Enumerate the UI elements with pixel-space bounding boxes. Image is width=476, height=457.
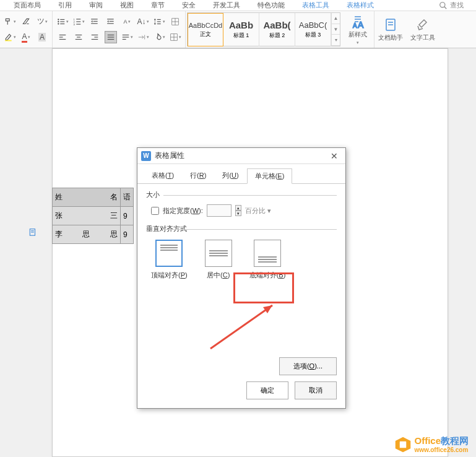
style-normal[interactable]: AaBbCcDd 正文 bbox=[188, 13, 223, 46]
shading-button[interactable] bbox=[153, 31, 165, 43]
tab-special[interactable]: 特色功能 bbox=[249, 1, 293, 10]
dialog-app-icon: W bbox=[141, 151, 151, 161]
doc-assistant-button[interactable]: 文档助手 bbox=[374, 11, 407, 48]
dialog-tab-cell[interactable]: 单元格(E) bbox=[247, 168, 293, 184]
svg-rect-23 bbox=[157, 24, 160, 24]
numbering-button[interactable]: 123 bbox=[72, 15, 85, 28]
document-table[interactable]: 姓 名 语 张 三 9 李 思 思 9 bbox=[52, 188, 134, 244]
width-input[interactable] bbox=[207, 204, 232, 217]
svg-point-4 bbox=[58, 21, 59, 22]
tab-references[interactable]: 引用 bbox=[50, 1, 80, 10]
styles-gallery[interactable]: AaBbCcDd 正文 AaBb 标题 1 AaBb( 标题 2 AaBbC( … bbox=[187, 12, 340, 46]
tab-sections[interactable]: 章节 bbox=[142, 1, 173, 10]
valign-center-option[interactable]: 居中(C) bbox=[205, 240, 232, 280]
svg-rect-35 bbox=[92, 39, 98, 40]
tab-developer[interactable]: 开发工具 bbox=[204, 1, 249, 10]
format-painter-button[interactable] bbox=[4, 15, 16, 28]
width-spin-down[interactable]: ▼ bbox=[235, 211, 241, 216]
dialog-tab-column[interactable]: 列(U) bbox=[214, 168, 246, 183]
dialog-title: 表格属性 bbox=[155, 150, 184, 161]
cancel-button[interactable]: 取消 bbox=[295, 381, 337, 399]
style-expand[interactable]: ▾ bbox=[332, 35, 340, 46]
ok-button[interactable]: 确定 bbox=[246, 381, 288, 399]
style-scroll-up[interactable]: ▲ bbox=[332, 13, 340, 24]
svg-rect-34 bbox=[94, 37, 98, 38]
svg-point-5 bbox=[58, 23, 59, 24]
style-heading3[interactable]: AaBbC( 标题 3 bbox=[295, 13, 331, 46]
table-cell[interactable]: 9 bbox=[121, 207, 134, 225]
svg-rect-31 bbox=[77, 37, 80, 38]
clear-format-button[interactable] bbox=[20, 15, 32, 28]
distribute-button[interactable] bbox=[121, 31, 133, 43]
highlight-button[interactable] bbox=[4, 31, 16, 43]
section-indicator-icon bbox=[28, 228, 37, 237]
svg-rect-28 bbox=[59, 37, 63, 38]
svg-rect-20 bbox=[107, 23, 114, 24]
align-justify-button[interactable] bbox=[105, 31, 117, 43]
tab-review[interactable]: 审阅 bbox=[80, 1, 111, 10]
width-unit-combo[interactable]: 百分比 ▾ bbox=[245, 206, 271, 215]
svg-rect-19 bbox=[110, 21, 114, 22]
borders-toggle-button[interactable] bbox=[169, 15, 181, 28]
style-scroll-down[interactable]: ▼ bbox=[332, 24, 340, 35]
search-icon bbox=[439, 1, 448, 10]
svg-text:A: A bbox=[358, 20, 364, 29]
dialog-tab-row[interactable]: 行(R) bbox=[182, 168, 214, 183]
align-left-button[interactable] bbox=[56, 31, 69, 43]
style-heading1[interactable]: AaBb 标题 1 bbox=[223, 13, 259, 46]
watermark: Office教程网 www.office26.com bbox=[394, 436, 469, 453]
svg-rect-14 bbox=[76, 24, 80, 24]
table-cell[interactable]: 李 思 思 bbox=[53, 225, 121, 244]
svg-rect-12 bbox=[76, 19, 80, 19]
line-spacing-button[interactable] bbox=[153, 15, 165, 28]
phonetic-guide-button[interactable]: A bbox=[121, 15, 133, 28]
table-cell[interactable]: 9 bbox=[121, 225, 134, 244]
tab-settings-button[interactable] bbox=[137, 31, 149, 43]
borders-button[interactable] bbox=[169, 31, 181, 43]
svg-rect-37 bbox=[108, 37, 115, 38]
table-properties-dialog: W 表格属性 ✕ 表格(T) 行(R) 列(U) 单元格(E) 大小 指定宽度(… bbox=[137, 147, 346, 409]
svg-rect-40 bbox=[122, 37, 129, 38]
svg-rect-32 bbox=[76, 39, 82, 40]
svg-rect-33 bbox=[92, 35, 98, 35]
svg-rect-13 bbox=[76, 21, 80, 22]
increase-indent-button[interactable] bbox=[105, 15, 117, 28]
tab-view[interactable]: 视图 bbox=[111, 1, 142, 10]
svg-line-1 bbox=[444, 6, 447, 9]
dialog-close-button[interactable]: ✕ bbox=[327, 150, 342, 162]
text-tools-icon bbox=[415, 17, 430, 32]
table-header-name[interactable]: 姓 名 bbox=[53, 188, 121, 207]
options-button[interactable]: 选项(O)... bbox=[279, 357, 337, 375]
svg-rect-16 bbox=[93, 21, 98, 22]
width-spin-up[interactable]: ▲ bbox=[235, 205, 241, 211]
font-color-button[interactable]: A bbox=[20, 31, 32, 43]
svg-rect-15 bbox=[91, 19, 98, 19]
valign-bottom-option[interactable]: 底端对齐(B) bbox=[249, 240, 286, 280]
font-effect-button[interactable]: ツ bbox=[36, 15, 48, 28]
table-header-subject[interactable]: 语 bbox=[121, 188, 134, 207]
doc-assistant-icon bbox=[383, 17, 398, 32]
svg-rect-22 bbox=[157, 21, 160, 22]
style-heading2[interactable]: AaBb( 标题 2 bbox=[259, 13, 295, 46]
sort-button[interactable]: A↓ bbox=[137, 15, 149, 28]
char-shading-button[interactable]: A bbox=[36, 31, 48, 43]
tab-table-tools[interactable]: 表格工具 bbox=[293, 1, 338, 10]
decrease-indent-button[interactable] bbox=[89, 15, 101, 28]
tab-table-styles[interactable]: 表格样式 bbox=[338, 1, 383, 10]
new-style-button[interactable]: AA 新样式 ▾ bbox=[342, 11, 374, 48]
tab-security[interactable]: 安全 bbox=[173, 1, 204, 10]
search-input[interactable]: 查找 bbox=[450, 1, 464, 10]
svg-rect-21 bbox=[157, 19, 160, 20]
valign-top-option[interactable]: 顶端对齐(P) bbox=[151, 240, 188, 280]
dialog-tab-table[interactable]: 表格(T) bbox=[144, 168, 182, 183]
bullets-button[interactable] bbox=[56, 15, 69, 28]
svg-text:3: 3 bbox=[73, 23, 75, 26]
svg-rect-18 bbox=[107, 19, 114, 19]
align-right-button[interactable] bbox=[89, 31, 101, 43]
svg-rect-38 bbox=[108, 39, 115, 40]
table-cell[interactable]: 张 三 bbox=[53, 207, 121, 225]
tab-page-layout[interactable]: 页面布局 bbox=[5, 1, 50, 10]
text-tools-button[interactable]: 文字工具 bbox=[407, 11, 439, 48]
align-center-button[interactable] bbox=[72, 31, 85, 43]
specify-width-checkbox[interactable] bbox=[151, 207, 159, 215]
